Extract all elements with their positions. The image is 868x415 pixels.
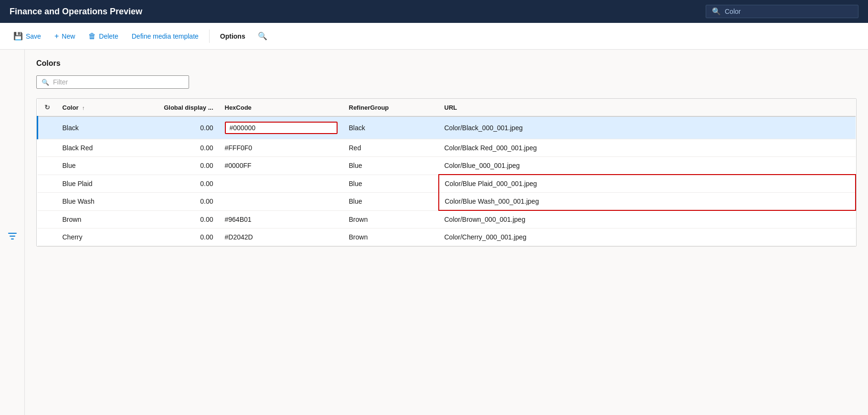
global-search-input[interactable] <box>725 8 852 15</box>
url-cell: Color/Blue Plaid_000_001.jpeg <box>439 175 856 193</box>
refiner-group-cell: Red <box>343 139 439 157</box>
refiner-group-cell: Blue <box>343 193 439 211</box>
filter-sidebar <box>0 50 25 415</box>
url-cell: Color/Cherry_000_001.jpeg <box>439 228 856 246</box>
refiner-group-cell: Blue <box>343 175 439 193</box>
global-display-cell: 0.00 <box>143 210 219 228</box>
table-row[interactable]: Cherry0.00#D2042DBrownColor/Cherry_000_0… <box>38 228 856 246</box>
table-row[interactable]: Blue Plaid0.00BlueColor/Blue Plaid_000_0… <box>38 175 856 193</box>
global-search-box[interactable]: 🔍 <box>706 5 858 18</box>
table-row[interactable]: Blue Wash0.00BlueColor/Blue Wash_000_001… <box>38 193 856 211</box>
global-display-cell: 0.00 <box>143 193 219 211</box>
table-row[interactable]: Brown0.00#964B01BrownColor/Brown_000_001… <box>38 210 856 228</box>
filter-input[interactable] <box>53 78 184 86</box>
sort-arrow-icon: ↑ <box>82 105 85 111</box>
delete-icon: 🗑 <box>88 32 96 41</box>
col-refiner-header: RefinerGroup <box>343 99 439 116</box>
toolbar-search-button[interactable]: 🔍 <box>253 29 272 43</box>
url-cell: Color/Black Red_000_001.jpeg <box>439 139 856 157</box>
table-row[interactable]: Blue0.00#0000FFBlueColor/Blue_000_001.jp… <box>38 157 856 175</box>
table-row[interactable]: Black0.00BlackColor/Black_000_001.jpeg <box>38 116 856 139</box>
options-button[interactable]: Options <box>214 30 251 43</box>
save-label: Save <box>26 32 41 40</box>
global-display-cell: 0.00 <box>143 139 219 157</box>
table-header-row: ↻ Color ↑ Global display ... HexCode <box>38 99 856 116</box>
col-url-header: URL <box>439 99 856 116</box>
hexcode-cell: #964B01 <box>219 210 343 228</box>
refresh-icon[interactable]: ↻ <box>44 104 50 111</box>
global-display-cell: 0.00 <box>143 116 219 139</box>
colors-table: ↻ Color ↑ Global display ... HexCode <box>37 99 856 246</box>
hexcode-cell <box>219 193 343 211</box>
toolbar: 💾 Save + New 🗑 Delete Define media templ… <box>0 23 868 50</box>
hexcode-input-wrapper <box>225 122 338 134</box>
color-cell: Brown <box>57 210 143 228</box>
section-title: Colors <box>36 59 857 68</box>
color-cell: Black <box>57 116 143 139</box>
hexcode-cell: #0000FF <box>219 157 343 175</box>
row-indicator <box>38 193 57 211</box>
save-button[interactable]: 💾 Save <box>8 29 47 43</box>
col-color-header[interactable]: Color ↑ <box>57 99 143 116</box>
hexcode-cell[interactable] <box>219 116 343 139</box>
row-indicator <box>38 157 57 175</box>
filter-icon-button[interactable] <box>8 59 17 415</box>
global-display-cell: 0.00 <box>143 228 219 246</box>
row-indicator <box>38 210 57 228</box>
top-bar: Finance and Operations Preview 🔍 <box>0 0 868 23</box>
col-refresh-header: ↻ <box>38 99 57 116</box>
refiner-group-cell: Black <box>343 116 439 139</box>
col-hexcode-header: HexCode <box>219 99 343 116</box>
global-display-cell: 0.00 <box>143 157 219 175</box>
hexcode-cell <box>219 175 343 193</box>
row-indicator <box>38 139 57 157</box>
color-cell: Blue Wash <box>57 193 143 211</box>
col-global-header: Global display ... <box>143 99 219 116</box>
new-button[interactable]: + New <box>49 29 81 43</box>
data-table-container: ↻ Color ↑ Global display ... HexCode <box>36 98 857 247</box>
color-cell: Blue <box>57 157 143 175</box>
table-row[interactable]: Black Red0.00#FFF0F0RedColor/Black Red_0… <box>38 139 856 157</box>
new-label: New <box>62 32 75 40</box>
main-content: Colors 🔍 ↻ Color ↑ <box>0 50 868 415</box>
hexcode-input[interactable] <box>230 124 333 132</box>
row-indicator <box>38 228 57 246</box>
filter-search-icon: 🔍 <box>42 79 49 86</box>
url-cell: Color/Blue Wash_000_001.jpeg <box>439 193 856 211</box>
global-display-cell: 0.00 <box>143 175 219 193</box>
url-cell: Color/Brown_000_001.jpeg <box>439 210 856 228</box>
toolbar-search-icon: 🔍 <box>258 31 267 41</box>
url-cell: Color/Blue_000_001.jpeg <box>439 157 856 175</box>
hexcode-cell: #D2042D <box>219 228 343 246</box>
color-cell: Blue Plaid <box>57 175 143 193</box>
delete-label: Delete <box>99 32 118 40</box>
refiner-group-cell: Blue <box>343 157 439 175</box>
toolbar-separator <box>209 30 210 43</box>
url-cell: Color/Black_000_001.jpeg <box>439 116 856 139</box>
row-indicator <box>38 116 57 139</box>
refiner-group-cell: Brown <box>343 228 439 246</box>
color-cell: Black Red <box>57 139 143 157</box>
define-media-template-label: Define media template <box>132 32 199 40</box>
refiner-group-cell: Brown <box>343 210 439 228</box>
app-title: Finance and Operations Preview <box>10 7 142 17</box>
define-media-template-button[interactable]: Define media template <box>126 30 204 43</box>
plus-icon: + <box>54 32 59 41</box>
color-cell: Cherry <box>57 228 143 246</box>
save-icon: 💾 <box>13 31 23 41</box>
row-indicator <box>38 175 57 193</box>
content-panel: Colors 🔍 ↻ Color ↑ <box>25 50 868 415</box>
filter-input-wrap: 🔍 <box>36 75 189 89</box>
delete-button[interactable]: 🗑 Delete <box>83 29 124 43</box>
global-search-icon: 🔍 <box>712 7 721 16</box>
hexcode-cell: #FFF0F0 <box>219 139 343 157</box>
options-label: Options <box>220 32 245 40</box>
filter-icon <box>8 231 17 241</box>
